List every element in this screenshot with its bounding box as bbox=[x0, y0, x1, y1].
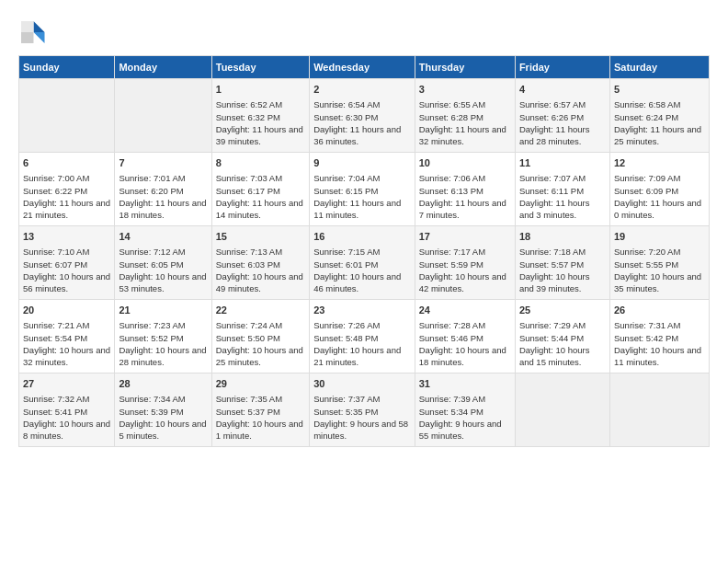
day-number: 17 bbox=[419, 230, 511, 244]
day-info-line: Sunset: 5:46 PM bbox=[419, 332, 511, 344]
day-number: 8 bbox=[216, 156, 305, 170]
day-info-line: Daylight: 11 hours and 32 minutes. bbox=[419, 123, 511, 148]
day-info-line: Sunset: 5:52 PM bbox=[119, 332, 207, 344]
day-number: 21 bbox=[119, 304, 207, 317]
day-info-line: Sunrise: 7:32 AM bbox=[23, 393, 110, 405]
day-info-line: Sunset: 6:17 PM bbox=[216, 185, 305, 197]
day-info-line: Daylight: 9 hours and 58 minutes. bbox=[313, 418, 411, 442]
day-number: 23 bbox=[313, 304, 411, 317]
day-number: 1 bbox=[216, 83, 305, 97]
day-info-line: Sunset: 6:28 PM bbox=[419, 111, 511, 123]
calendar-cell bbox=[115, 79, 211, 153]
day-number: 2 bbox=[313, 83, 411, 97]
day-info-line: Sunset: 6:30 PM bbox=[313, 111, 411, 123]
day-info-line: Sunset: 6:07 PM bbox=[23, 259, 110, 270]
calendar-cell bbox=[19, 79, 115, 153]
day-info-line: Daylight: 11 hours and 11 minutes. bbox=[313, 197, 411, 222]
day-info-line: Sunset: 5:34 PM bbox=[419, 406, 511, 418]
weekday-header: Monday bbox=[115, 56, 211, 79]
day-number: 5 bbox=[614, 83, 705, 97]
day-number: 27 bbox=[23, 377, 110, 391]
calendar-cell: 21Sunrise: 7:23 AMSunset: 5:52 PMDayligh… bbox=[115, 300, 211, 373]
day-info-line: Sunset: 5:50 PM bbox=[216, 332, 305, 344]
day-info-line: Daylight: 10 hours and 49 minutes. bbox=[216, 270, 305, 295]
day-info-line: Sunrise: 7:07 AM bbox=[519, 172, 606, 184]
calendar-header: SundayMondayTuesdayWednesdayThursdayFrid… bbox=[19, 56, 710, 79]
calendar-cell: 22Sunrise: 7:24 AMSunset: 5:50 PMDayligh… bbox=[211, 300, 309, 373]
day-number: 25 bbox=[519, 304, 606, 317]
day-number: 13 bbox=[23, 230, 110, 244]
calendar-week-row: 20Sunrise: 7:21 AMSunset: 5:54 PMDayligh… bbox=[19, 300, 710, 373]
day-number: 4 bbox=[519, 83, 606, 97]
day-number: 6 bbox=[23, 156, 110, 170]
day-info-line: Sunset: 6:22 PM bbox=[23, 185, 110, 197]
day-info-line: Daylight: 11 hours and 39 minutes. bbox=[216, 123, 305, 148]
day-info-line: Sunset: 6:20 PM bbox=[119, 185, 207, 197]
day-info-line: Sunset: 5:44 PM bbox=[519, 332, 606, 344]
day-info-line: Daylight: 10 hours and 8 minutes. bbox=[23, 418, 110, 442]
day-info-line: Sunrise: 7:13 AM bbox=[216, 246, 305, 258]
svg-marker-0 bbox=[34, 21, 45, 32]
day-number: 16 bbox=[313, 230, 411, 244]
day-info-line: Daylight: 10 hours and 53 minutes. bbox=[119, 270, 207, 295]
day-info-line: Sunset: 5:42 PM bbox=[614, 332, 705, 344]
calendar-week-row: 6Sunrise: 7:00 AMSunset: 6:22 PMDaylight… bbox=[19, 153, 710, 226]
day-info-line: Daylight: 10 hours and 46 minutes. bbox=[313, 270, 411, 295]
weekday-header: Wednesday bbox=[310, 56, 415, 79]
calendar-cell: 6Sunrise: 7:00 AMSunset: 6:22 PMDaylight… bbox=[19, 153, 115, 226]
day-info-line: Sunset: 6:05 PM bbox=[119, 259, 207, 270]
day-info-line: Sunrise: 7:34 AM bbox=[119, 393, 207, 405]
calendar-cell: 24Sunrise: 7:28 AMSunset: 5:46 PMDayligh… bbox=[415, 300, 515, 373]
day-info-line: Sunrise: 7:17 AM bbox=[419, 246, 511, 258]
weekday-header: Saturday bbox=[609, 56, 709, 79]
day-info-line: Daylight: 11 hours and 28 minutes. bbox=[519, 123, 606, 148]
day-number: 22 bbox=[216, 304, 305, 317]
day-info-line: Daylight: 10 hours and 28 minutes. bbox=[119, 344, 207, 369]
day-info-line: Sunrise: 6:58 AM bbox=[614, 98, 705, 110]
day-info-line: Daylight: 10 hours and 5 minutes. bbox=[119, 418, 207, 442]
svg-marker-3 bbox=[21, 32, 34, 43]
day-info-line: Sunrise: 7:39 AM bbox=[419, 393, 511, 405]
svg-marker-2 bbox=[21, 21, 34, 32]
calendar-cell: 23Sunrise: 7:26 AMSunset: 5:48 PMDayligh… bbox=[310, 300, 415, 373]
weekday-row: SundayMondayTuesdayWednesdayThursdayFrid… bbox=[19, 56, 710, 79]
calendar-cell: 20Sunrise: 7:21 AMSunset: 5:54 PMDayligh… bbox=[19, 300, 115, 373]
day-number: 3 bbox=[419, 83, 511, 97]
day-info-line: Sunset: 6:13 PM bbox=[419, 185, 511, 197]
calendar-cell bbox=[609, 373, 709, 447]
calendar-cell: 12Sunrise: 7:09 AMSunset: 6:09 PMDayligh… bbox=[609, 153, 709, 226]
page-header bbox=[18, 18, 710, 46]
calendar-cell: 19Sunrise: 7:20 AMSunset: 5:55 PMDayligh… bbox=[609, 226, 709, 300]
day-info-line: Daylight: 11 hours and 36 minutes. bbox=[313, 123, 411, 148]
calendar-cell: 17Sunrise: 7:17 AMSunset: 5:59 PMDayligh… bbox=[415, 226, 515, 300]
day-number: 15 bbox=[216, 230, 305, 244]
calendar-cell: 29Sunrise: 7:35 AMSunset: 5:37 PMDayligh… bbox=[211, 373, 309, 447]
day-info-line: Daylight: 11 hours and 14 minutes. bbox=[216, 197, 305, 222]
calendar-cell: 5Sunrise: 6:58 AMSunset: 6:24 PMDaylight… bbox=[609, 79, 709, 153]
day-info-line: Sunset: 6:03 PM bbox=[216, 259, 305, 270]
day-info-line: Sunset: 6:01 PM bbox=[313, 259, 411, 270]
day-info-line: Daylight: 11 hours and 7 minutes. bbox=[419, 197, 511, 222]
day-number: 19 bbox=[614, 230, 705, 244]
day-info-line: Sunrise: 7:06 AM bbox=[419, 172, 511, 184]
day-info-line: Sunrise: 7:31 AM bbox=[614, 319, 705, 331]
day-info-line: Daylight: 10 hours and 21 minutes. bbox=[313, 344, 411, 369]
calendar-cell: 16Sunrise: 7:15 AMSunset: 6:01 PMDayligh… bbox=[310, 226, 415, 300]
day-info-line: Sunrise: 7:28 AM bbox=[419, 319, 511, 331]
day-info-line: Sunset: 5:59 PM bbox=[419, 259, 511, 270]
calendar-week-row: 27Sunrise: 7:32 AMSunset: 5:41 PMDayligh… bbox=[19, 373, 710, 447]
day-info-line: Sunrise: 7:10 AM bbox=[23, 246, 110, 258]
calendar-cell: 15Sunrise: 7:13 AMSunset: 6:03 PMDayligh… bbox=[211, 226, 309, 300]
calendar-cell: 2Sunrise: 6:54 AMSunset: 6:30 PMDaylight… bbox=[310, 79, 415, 153]
calendar-week-row: 1Sunrise: 6:52 AMSunset: 6:32 PMDaylight… bbox=[19, 79, 710, 153]
calendar-cell: 13Sunrise: 7:10 AMSunset: 6:07 PMDayligh… bbox=[19, 226, 115, 300]
day-info-line: Sunset: 6:11 PM bbox=[519, 185, 606, 197]
day-info-line: Sunrise: 7:35 AM bbox=[216, 393, 305, 405]
day-info-line: Sunrise: 7:04 AM bbox=[313, 172, 411, 184]
day-info-line: Sunrise: 7:18 AM bbox=[519, 246, 606, 258]
calendar-cell: 4Sunrise: 6:57 AMSunset: 6:26 PMDaylight… bbox=[515, 79, 609, 153]
day-info-line: Sunrise: 7:15 AM bbox=[313, 246, 411, 258]
day-info-line: Sunrise: 6:54 AM bbox=[313, 98, 411, 110]
day-number: 30 bbox=[313, 377, 411, 391]
weekday-header: Sunday bbox=[19, 56, 115, 79]
